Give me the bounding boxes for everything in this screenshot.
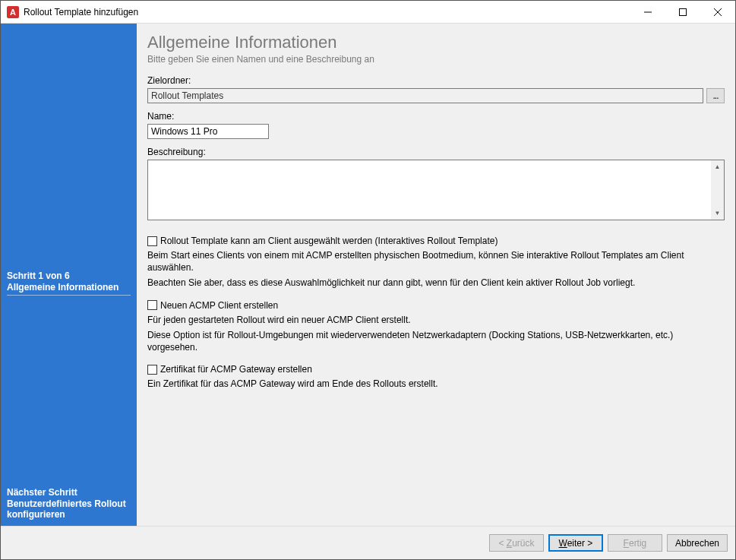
close-button[interactable] bbox=[700, 1, 735, 24]
interactive-template-label: Rollout Template kann am Client ausgewäh… bbox=[160, 236, 498, 246]
interactive-template-checkbox[interactable] bbox=[147, 236, 157, 246]
beschreibung-wrap: ▲ ▼ bbox=[147, 160, 725, 220]
beschreibung-textarea[interactable] bbox=[148, 160, 724, 220]
wizard-sidebar: Schritt 1 von 6 Allgemeine Informationen… bbox=[1, 24, 137, 526]
next-step-name: Benutzerdefiniertes Rollout konfiguriere… bbox=[7, 498, 131, 520]
beschreibung-group: Beschreibung: ▲ ▼ bbox=[147, 147, 725, 220]
zielordner-input[interactable] bbox=[147, 88, 703, 103]
back-button[interactable]: < Zurück bbox=[489, 534, 544, 552]
new-client-label: Neuen ACMP Client erstellen bbox=[160, 300, 278, 311]
interactive-template-help2: Beachten Sie aber, dass es diese Auswahl… bbox=[147, 277, 725, 289]
next-step-label: Nächster Schritt bbox=[7, 487, 131, 498]
content-pane: Allgemeine Informationen Bitte geben Sie… bbox=[137, 24, 735, 526]
minimize-button[interactable] bbox=[630, 1, 665, 24]
cancel-button[interactable]: Abbrechen bbox=[667, 534, 728, 552]
name-label: Name: bbox=[147, 111, 725, 122]
main-area: Schritt 1 von 6 Allgemeine Informationen… bbox=[1, 24, 735, 526]
browse-button[interactable]: ... bbox=[706, 88, 725, 103]
step-counter: Schritt 1 von 6 bbox=[7, 271, 131, 281]
scroll-up-icon[interactable]: ▲ bbox=[711, 160, 724, 173]
scrollbar[interactable]: ▲ ▼ bbox=[711, 160, 724, 220]
interactive-template-help1: Beim Start eines Clients von einem mit A… bbox=[147, 249, 725, 274]
app-icon: A bbox=[7, 6, 19, 18]
new-client-help2: Diese Option ist für Rollout-Umgebungen … bbox=[147, 329, 725, 353]
new-client-checkbox-row: Neuen ACMP Client erstellen bbox=[147, 300, 725, 311]
gateway-cert-checkbox-row: Zertifikat für ACMP Gateway erstellen bbox=[147, 364, 725, 375]
window-controls bbox=[630, 1, 735, 23]
name-input[interactable] bbox=[147, 124, 269, 139]
zielordner-label: Zielordner: bbox=[147, 75, 725, 86]
zielordner-group: Zielordner: ... bbox=[147, 75, 725, 103]
name-group: Name: bbox=[147, 111, 725, 139]
beschreibung-label: Beschreibung: bbox=[147, 147, 725, 157]
button-bar: < Zurück Weiter > Fertig Abbrechen bbox=[1, 526, 735, 559]
maximize-button[interactable] bbox=[665, 1, 700, 24]
new-client-checkbox[interactable] bbox=[147, 300, 157, 310]
window-title: Rollout Template hinzufügen bbox=[24, 7, 630, 17]
gateway-cert-checkbox[interactable] bbox=[147, 365, 157, 375]
step-name: Allgemeine Informationen bbox=[7, 282, 131, 293]
gateway-cert-label: Zertifikat für ACMP Gateway erstellen bbox=[160, 364, 312, 375]
interactive-template-checkbox-row: Rollout Template kann am Client ausgewäh… bbox=[147, 236, 725, 246]
content-header: Allgemeine Informationen Bitte geben Sie… bbox=[147, 33, 725, 75]
finish-button[interactable]: Fertig bbox=[608, 534, 662, 552]
page-subtitle: Bitte geben Sie einen Namen und eine Bes… bbox=[147, 54, 725, 65]
current-step: Schritt 1 von 6 Allgemeine Informationen bbox=[7, 271, 131, 296]
titlebar: A Rollout Template hinzufügen bbox=[1, 1, 735, 24]
new-client-help1: Für jeden gestarteten Rollout wird ein n… bbox=[147, 314, 725, 326]
page-title: Allgemeine Informationen bbox=[147, 33, 725, 52]
next-step-hint: Nächster Schritt Benutzerdefiniertes Rol… bbox=[7, 487, 131, 520]
svg-rect-1 bbox=[680, 9, 687, 16]
next-button[interactable]: Weiter > bbox=[548, 534, 603, 552]
scroll-down-icon[interactable]: ▼ bbox=[711, 207, 724, 220]
gateway-cert-help: Ein Zertifikat für das ACMP Gateway wird… bbox=[147, 378, 725, 390]
